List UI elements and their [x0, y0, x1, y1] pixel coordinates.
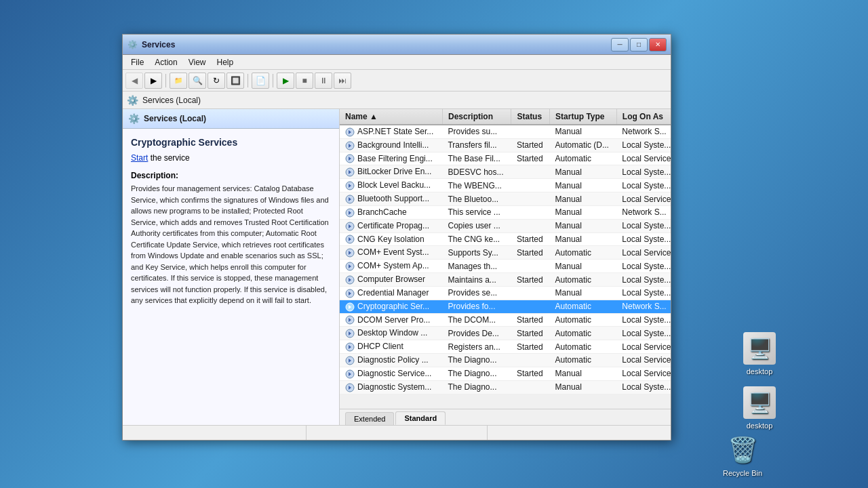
right-panel: Name ▲ Description Status Startup Type L… — [340, 109, 671, 425]
up-button[interactable]: 📁 — [170, 73, 187, 89]
table-row[interactable]: BranchCacheThis service ...ManualNetwork… — [340, 205, 671, 219]
table-row[interactable]: ASP.NET State Ser...Provides su...Manual… — [340, 125, 671, 138]
table-row[interactable]: BitLocker Drive En...BDESVC hos...Manual… — [340, 165, 671, 179]
col-status[interactable]: Status — [511, 109, 550, 125]
cell-logon: Local Service — [616, 340, 671, 354]
cell-service-name: Diagnostic System... — [340, 380, 442, 394]
start-link[interactable]: Start — [131, 153, 148, 163]
cell-logon: Local Service — [616, 354, 671, 367]
cell-status: Started — [511, 340, 550, 354]
cell-service-name: Block Level Backu... — [340, 179, 442, 192]
pause-service-button[interactable]: ⏸ — [315, 73, 332, 89]
forward-button[interactable]: ▶ — [144, 73, 162, 89]
description-label: Description: — [131, 171, 331, 180]
cell-service-name: COM+ System Ap... — [340, 260, 442, 273]
close-button[interactable]: ✕ — [649, 38, 667, 52]
cell-logon: Network S... — [616, 300, 671, 313]
tab-extended[interactable]: Extended — [345, 412, 394, 425]
cell-startup: Manual — [550, 165, 617, 179]
explore-button[interactable]: 🔲 — [226, 73, 244, 89]
restart-service-button[interactable]: ⏭ — [334, 73, 351, 89]
maximize-button[interactable]: □ — [630, 38, 648, 52]
desktop-icon-1[interactable]: 🖥️ desktop — [736, 332, 783, 375]
desktop-icon-2[interactable]: 🖥️ desktop — [736, 386, 783, 430]
main-content: ⚙️ Services (Local) Cryptographic Servic… — [123, 109, 671, 425]
cell-description: The Base Fil... — [442, 152, 511, 165]
table-row[interactable]: Credential ManagerProvides se...ManualLo… — [340, 286, 671, 300]
table-row[interactable]: Diagnostic Policy ...The Diagno...Automa… — [340, 354, 671, 367]
table-row[interactable]: Certificate Propag...Copies user ...Manu… — [340, 219, 671, 232]
table-row[interactable]: DHCP ClientRegisters an...StartedAutomat… — [340, 340, 671, 354]
table-row[interactable]: COM+ Event Syst...Supports Sy...StartedA… — [340, 246, 671, 260]
cell-service-name: DHCP Client — [340, 340, 442, 354]
cell-logon: Network S... — [616, 205, 671, 219]
properties-button[interactable]: 📄 — [252, 73, 269, 89]
menu-file[interactable]: File — [125, 56, 149, 68]
cell-startup: Automatic — [550, 300, 617, 313]
table-row[interactable]: Desktop Window ...Provides De...StartedA… — [340, 327, 671, 340]
selected-service-name: Cryptographic Services — [131, 137, 331, 148]
table-row[interactable]: Background Intelli...Transfers fil...Sta… — [340, 138, 671, 152]
cell-startup: Manual — [550, 179, 617, 192]
cell-description: The CNG ke... — [442, 232, 511, 246]
stop-service-button[interactable]: ■ — [296, 73, 313, 89]
refresh-button[interactable]: ↻ — [208, 73, 225, 89]
toolbar-separator-2 — [248, 74, 248, 87]
cell-service-name: BranchCache — [340, 205, 442, 219]
toolbar: ◀ ▶ 📁 🔍 ↻ 🔲 📄 ▶ ■ ⏸ ⏭ — [123, 70, 671, 92]
cell-startup: Manual — [550, 380, 617, 394]
cell-status — [511, 286, 550, 300]
cell-service-name: Bluetooth Support... — [340, 192, 442, 206]
table-row[interactable]: Block Level Backu...The WBENG...ManualLo… — [340, 179, 671, 192]
table-row[interactable]: Base Filtering Engi...The Base Fil...Sta… — [340, 152, 671, 165]
left-panel: ⚙️ Services (Local) Cryptographic Servic… — [123, 109, 340, 425]
cell-description: The DCOM... — [442, 313, 511, 327]
recycle-bin-icon[interactable]: 🗑️ Recycle Bin — [719, 434, 766, 477]
table-row[interactable]: Diagnostic System...The Diagno...ManualL… — [340, 380, 671, 394]
table-row[interactable]: Diagnostic Service...The Diagno...Starte… — [340, 367, 671, 380]
col-description[interactable]: Description — [442, 109, 511, 125]
menu-help[interactable]: Help — [212, 56, 239, 68]
col-name[interactable]: Name ▲ — [340, 109, 442, 125]
menu-view[interactable]: View — [183, 56, 212, 68]
services-table[interactable]: Name ▲ Description Status Startup Type L… — [340, 109, 671, 409]
start-service-button[interactable]: ▶ — [277, 73, 294, 89]
cell-status: Started — [511, 138, 550, 152]
cell-description: Provides fo... — [442, 300, 511, 313]
cell-description: Provides su... — [442, 125, 511, 138]
cell-service-name: Background Intelli... — [340, 138, 442, 152]
cell-status — [511, 260, 550, 273]
table-row[interactable]: Cryptographic Ser...Provides fo...Automa… — [340, 300, 671, 313]
description-text: Provides four management services: Catal… — [131, 183, 331, 306]
cell-description: The Diagno... — [442, 380, 511, 394]
cell-logon: Local Service — [616, 192, 671, 206]
left-panel-content: Cryptographic Services Start the service… — [123, 129, 339, 425]
cell-startup: Manual — [550, 205, 617, 219]
cell-startup: Automatic — [550, 152, 617, 165]
cell-service-name: CNG Key Isolation — [340, 232, 442, 246]
cell-logon: Local Syste... — [616, 380, 671, 394]
cell-status — [511, 205, 550, 219]
back-button[interactable]: ◀ — [125, 73, 143, 89]
cell-status — [511, 219, 550, 232]
service-action: Start the service — [131, 153, 331, 163]
table-row[interactable]: Computer BrowserMaintains a...StartedAut… — [340, 273, 671, 287]
cell-startup: Manual — [550, 219, 617, 232]
tab-standard[interactable]: Standard — [395, 411, 446, 425]
search-button[interactable]: 🔍 — [189, 73, 206, 89]
cell-description: The WBENG... — [442, 179, 511, 192]
cell-logon: Local Syste... — [616, 273, 671, 287]
minimize-button[interactable]: ─ — [611, 38, 629, 52]
cell-service-name: ASP.NET State Ser... — [340, 125, 442, 138]
cell-description: Copies user ... — [442, 219, 511, 232]
cell-startup: Automatic — [550, 273, 617, 287]
table-row[interactable]: CNG Key IsolationThe CNG ke...StartedMan… — [340, 232, 671, 246]
table-row[interactable]: COM+ System Ap...Manages th...ManualLoca… — [340, 260, 671, 273]
panel-title: Services (Local) — [144, 114, 206, 123]
table-row[interactable]: Bluetooth Support...The Bluetoo...Manual… — [340, 192, 671, 206]
col-startup[interactable]: Startup Type — [550, 109, 617, 125]
col-logon[interactable]: Log On As — [616, 109, 671, 125]
menu-action[interactable]: Action — [149, 56, 182, 68]
cell-logon: Local Syste... — [616, 313, 671, 327]
table-row[interactable]: DCOM Server Pro...The DCOM...StartedAuto… — [340, 313, 671, 327]
